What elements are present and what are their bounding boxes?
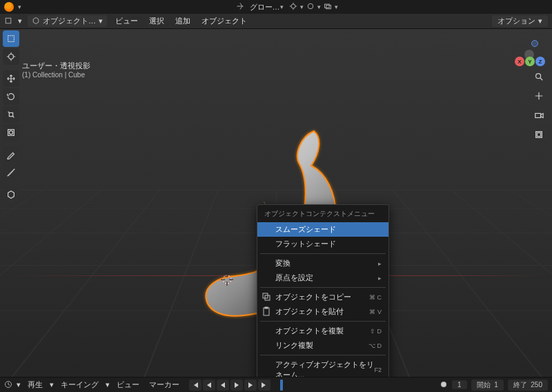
- svg-point-0: [291, 4, 295, 8]
- timeline-menu-playback[interactable]: 再生: [25, 380, 46, 390]
- context-menu-item-label: オブジェクトをコピー: [275, 292, 351, 302]
- context-menu-item-shortcut: ⌘ V: [369, 308, 382, 315]
- timeline-editor-icon[interactable]: [4, 380, 12, 390]
- menu-add[interactable]: 追加: [172, 15, 193, 27]
- context-menu-item[interactable]: フラットシェード: [257, 237, 388, 251]
- context-menu-item[interactable]: 原点を設定: [257, 271, 388, 285]
- current-frame-field[interactable]: 1: [452, 380, 467, 389]
- timeline-playback-chevron-icon[interactable]: ▾: [50, 380, 54, 389]
- svg-rect-7: [8, 36, 14, 42]
- mode-dropdown[interactable]: オブジェクト… ▾: [28, 15, 107, 27]
- 3d-cursor-icon: [219, 272, 235, 287]
- context-menu-item-shortcut: F2: [374, 366, 382, 373]
- menu-view[interactable]: ビュー: [112, 15, 141, 27]
- tool-measure[interactable]: [3, 164, 19, 181]
- orientation-icon[interactable]: [236, 2, 244, 12]
- paste-icon: [262, 306, 271, 316]
- context-menu-item-label: 変換: [275, 258, 290, 268]
- context-menu-item[interactable]: オブジェクトをコピー⌘ C: [257, 290, 388, 304]
- top-center-controls: グロー…▾ ▾ ▾ ▾: [236, 1, 338, 13]
- object-mode-icon: [32, 17, 40, 26]
- mode-label: オブジェクト…: [43, 16, 96, 26]
- svg-rect-18: [264, 308, 269, 315]
- viewport-side-icons: [531, 69, 546, 142]
- toggle-ortho-icon[interactable]: [531, 127, 546, 142]
- auto-key-icon[interactable]: [440, 380, 448, 390]
- camera-view-icon[interactable]: [531, 108, 546, 123]
- context-menu: オブジェクトコンテクストメニュー スムーズシェードフラットシェード変換原点を設定…: [257, 204, 389, 392]
- overlay-chevron-icon[interactable]: ▾: [335, 3, 338, 10]
- proportional-edit-icon[interactable]: [306, 2, 315, 12]
- snap-chevron-icon[interactable]: ▾: [300, 3, 304, 10]
- gizmo-axis-neg[interactable]: [531, 40, 538, 47]
- next-key-button[interactable]: [244, 380, 257, 391]
- context-menu-item[interactable]: オブジェクトを複製⇧ D: [257, 324, 388, 338]
- context-menu-item-label: 原点を設定: [275, 273, 313, 283]
- playhead-marker[interactable]: [280, 380, 283, 391]
- timeline-editor-chevron-icon[interactable]: ▾: [17, 380, 21, 389]
- overlay-toggle-icon[interactable]: [324, 2, 332, 12]
- app-top-bar: ▾ グロー…▾ ▾ ▾ ▾: [0, 0, 552, 14]
- timeline-menu-keying[interactable]: キーイング: [58, 380, 101, 390]
- svg-rect-13: [535, 113, 541, 117]
- tool-annotate[interactable]: [3, 146, 19, 163]
- zoom-icon[interactable]: [531, 69, 546, 84]
- tool-transform[interactable]: [3, 124, 19, 141]
- tool-add-primitive[interactable]: [3, 186, 19, 203]
- play-button[interactable]: [230, 380, 243, 391]
- frame-start-label: 開始: [477, 381, 491, 389]
- options-dropdown[interactable]: オプション▾: [492, 15, 548, 27]
- gizmo-x-axis[interactable]: X: [515, 57, 524, 66]
- svg-rect-2: [324, 4, 329, 8]
- menu-select[interactable]: 選択: [146, 15, 167, 27]
- context-menu-item-shortcut: ⌥ D: [368, 342, 382, 349]
- global-orientation-dropdown[interactable]: グロー…▾: [247, 1, 286, 13]
- play-reverse-button[interactable]: [217, 380, 229, 391]
- context-menu-item[interactable]: 変換: [257, 256, 388, 271]
- tool-cursor[interactable]: [3, 48, 19, 65]
- tool-rotate[interactable]: [3, 88, 19, 105]
- context-menu-item[interactable]: スムーズシェード: [257, 222, 388, 237]
- svg-rect-19: [265, 307, 268, 308]
- tool-select-box[interactable]: [3, 30, 19, 47]
- editor-type-chevron-icon[interactable]: ▾: [18, 17, 22, 26]
- logo-dropdown-chevron-icon[interactable]: ▾: [18, 3, 21, 10]
- context-menu-item-label: スムーズシェード: [275, 224, 336, 235]
- nav-gizmo[interactable]: X Y Z: [513, 39, 545, 70]
- prev-key-button[interactable]: [203, 380, 215, 391]
- tool-move[interactable]: [3, 70, 19, 87]
- gizmo-y-axis[interactable]: Y: [525, 57, 535, 66]
- frame-end-label: 終了: [513, 381, 527, 389]
- timeline-keying-chevron-icon[interactable]: ▾: [106, 380, 110, 389]
- snap-icon[interactable]: [289, 2, 297, 12]
- proportional-chevron-icon[interactable]: ▾: [317, 3, 321, 10]
- copy-icon: [262, 292, 271, 302]
- context-menu-item[interactable]: オブジェクトを貼付⌘ V: [257, 304, 388, 319]
- viewport-overlay-info: ユーザー・透視投影 (1) Collection | Cube: [22, 61, 90, 79]
- svg-point-1: [308, 3, 313, 9]
- context-menu-title: オブジェクトコンテクストメニュー: [257, 206, 388, 222]
- frame-start-field[interactable]: 開始 1: [471, 380, 504, 391]
- options-label: オプション: [497, 16, 535, 26]
- timeline-menu-view[interactable]: ビュー: [114, 380, 142, 390]
- timeline-bar: ▾ 再生 ▾ キーイング ▾ ビュー マーカー 1 開始 1 終了 250: [0, 377, 552, 392]
- svg-point-8: [9, 55, 14, 59]
- blender-logo-icon: [4, 2, 14, 12]
- editor-type-icon[interactable]: [4, 17, 12, 26]
- svg-rect-4: [6, 18, 11, 23]
- tool-scale[interactable]: [3, 106, 19, 123]
- gizmo-z-axis[interactable]: Z: [535, 57, 545, 66]
- svg-rect-15: [537, 133, 540, 136]
- svg-rect-3: [326, 6, 331, 9]
- jump-end-button[interactable]: [258, 380, 270, 391]
- timeline-menu-marker[interactable]: マーカー: [146, 380, 182, 390]
- menu-object[interactable]: オブジェクト: [199, 15, 250, 27]
- svg-point-22: [441, 382, 446, 387]
- context-menu-item[interactable]: リンク複製⌥ D: [257, 338, 388, 353]
- context-menu-item-label: リンク複製: [275, 340, 313, 351]
- context-menu-separator: [260, 355, 386, 355]
- playback-controls: [189, 380, 270, 391]
- frame-end-field[interactable]: 終了 250: [508, 380, 548, 391]
- jump-start-button[interactable]: [189, 380, 201, 391]
- move-view-icon[interactable]: [531, 88, 546, 104]
